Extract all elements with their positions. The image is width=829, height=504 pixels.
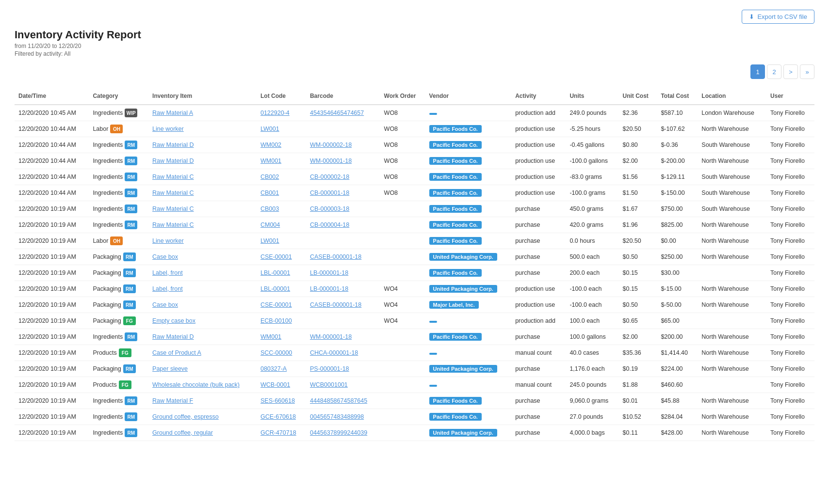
barcode-link[interactable]: WM002 [260,142,281,148]
page-last-button[interactable]: » [800,64,814,79]
lot-code-link[interactable]: Line worker [152,126,184,132]
lot-code-link[interactable]: Case box [152,253,178,260]
work-order-link[interactable]: CB-000001-18 [310,189,349,196]
cell-4-7[interactable]: Pacific Foods Co. [425,169,512,185]
cell-7-1: IngredientsRM [89,217,148,233]
work-order-link[interactable]: PS-000001-18 [310,365,349,372]
barcode-link[interactable]: WCB-0001 [260,381,290,388]
barcode-link[interactable]: LW001 [260,237,279,244]
barcode-link[interactable]: WM001 [260,158,281,164]
barcode-link[interactable]: CB002 [260,173,279,180]
cell-20-7[interactable]: United Packaging Corp. [425,425,512,441]
cell-8-7[interactable]: Pacific Foods Co. [425,233,512,249]
lot-code-link[interactable]: Raw Material A [152,110,193,116]
cell-17-7[interactable] [425,377,512,393]
cell-8-11: $0.00 [657,233,698,249]
work-order-link[interactable]: WCB0001001 [310,381,348,388]
col-header-category: Category [89,89,148,105]
barcode-link[interactable]: SCC-00000 [260,349,292,356]
lot-code-link[interactable]: Raw Material C [152,221,194,228]
cell-0-7[interactable] [425,105,512,121]
barcode-link[interactable]: 0122920-4 [260,110,290,116]
work-order-link[interactable]: 44484858674587645 [310,397,367,404]
work-order-link[interactable]: WM-000001-18 [310,333,352,340]
lot-code-link[interactable]: Case of Product A [152,349,201,356]
barcode-link[interactable]: GCR-470718 [260,429,296,436]
cell-11-7[interactable]: United Packaging Corp. [425,281,512,297]
lot-code-link[interactable]: Raw Material D [152,158,194,164]
work-order-link[interactable]: CASEB-000001-18 [310,253,361,260]
barcode-link[interactable]: CB003 [260,205,279,212]
barcode-link[interactable]: CB001 [260,189,279,196]
cell-20-5: 04456378999244039 [306,425,380,441]
cell-1-8: production use [511,121,566,137]
work-order-link[interactable]: WM-000001-18 [310,158,352,164]
cell-1-7[interactable]: Pacific Foods Co. [425,121,512,137]
cell-16-7[interactable]: United Packaging Corp. [425,361,512,377]
lot-code-link[interactable]: Label, front [152,269,183,276]
lot-code-link[interactable]: Ground coffee, espresso [152,413,219,420]
barcode-link[interactable]: ECB-00100 [260,317,292,324]
barcode-link[interactable]: 080327-A [260,365,287,372]
cell-13-7[interactable] [425,313,512,329]
page-1-button[interactable]: 1 [750,64,765,79]
cell-14-7[interactable]: Pacific Foods Co. [425,329,512,345]
barcode-link[interactable]: WM001 [260,333,281,340]
work-order-link[interactable]: 0045657483488998 [310,413,364,420]
cell-15-7[interactable] [425,345,512,361]
lot-code-link[interactable]: Wholesale chocolate (bulk pack) [152,381,240,388]
work-order-link[interactable]: CB-000004-18 [310,221,349,228]
lot-code-link[interactable]: Label, front [152,285,183,292]
barcode-link[interactable]: LW001 [260,126,279,132]
export-csv-button[interactable]: ⬇ Export to CSV file [742,10,814,24]
cell-3-4: WM001 [257,153,306,169]
barcode-link[interactable]: SES-660618 [260,397,295,404]
cell-14-6 [380,329,425,345]
cell-7-7[interactable]: Pacific Foods Co. [425,217,512,233]
lot-code-link[interactable]: Raw Material C [152,173,194,180]
lot-code-link[interactable]: Empty case box [152,317,195,324]
lot-code-link[interactable]: Ground coffee, regular [152,429,213,436]
barcode-link[interactable]: CM004 [260,221,280,228]
lot-code-link[interactable]: Raw Material C [152,189,194,196]
cell-20-12: North Warehouse [698,425,766,441]
cell-19-7[interactable]: Pacific Foods Co. [425,409,512,425]
cell-10-7[interactable]: Pacific Foods Co. [425,265,512,281]
cell-3-7[interactable]: Pacific Foods Co. [425,153,512,169]
barcode-link[interactable]: CSE-00001 [260,301,292,308]
cell-2-7[interactable]: Pacific Foods Co. [425,137,512,153]
work-order-link[interactable]: CHCA-000001-18 [310,349,358,356]
cell-6-7[interactable]: Pacific Foods Co. [425,201,512,217]
page-next-button[interactable]: > [783,64,798,79]
lot-code-link[interactable]: Raw Material D [152,142,194,148]
cell-9-7[interactable]: United Packaging Corp. [425,249,512,265]
lot-code-link[interactable]: Raw Material F [152,397,193,404]
work-order-link[interactable]: 04456378999244039 [310,429,367,436]
activity-badge: Pacific Foods Co. [429,397,482,405]
lot-code-link[interactable]: Paper sleeve [152,365,188,372]
work-order-link[interactable]: LB-000001-18 [310,285,348,292]
lot-code-link[interactable]: Case box [152,301,178,308]
work-order-link[interactable]: CB-000002-18 [310,173,349,180]
cell-19-12: North Warehouse [698,409,766,425]
lot-code-link[interactable]: Raw Material C [152,205,194,212]
lot-code-link[interactable]: Raw Material D [152,333,194,340]
barcode-link[interactable]: LBL-00001 [260,269,290,276]
cell-12-7[interactable]: Major Label, Inc. [425,297,512,313]
cell-18-7[interactable]: Pacific Foods Co. [425,393,512,409]
cell-11-10: $0.15 [619,281,657,297]
cell-8-9: 0.0 hours [566,233,618,249]
page-2-button[interactable]: 2 [767,64,781,79]
work-order-link[interactable]: LB-000001-18 [310,269,348,276]
lot-code-link[interactable]: Line worker [152,237,184,244]
work-order-link[interactable]: CB-000003-18 [310,205,349,212]
cell-5-7[interactable]: Pacific Foods Co. [425,185,512,201]
work-order-link[interactable]: WM-000002-18 [310,142,352,148]
barcode-link[interactable]: GCE-670618 [260,413,296,420]
barcode-link[interactable]: CSE-00001 [260,253,292,260]
work-order-link[interactable]: 4543546465474657 [310,110,364,116]
cell-9-12: North Warehouse [698,249,766,265]
work-order-link[interactable]: CASEB-000001-18 [310,301,361,308]
barcode-link[interactable]: LBL-00001 [260,285,290,292]
cell-14-13: Tony Fiorello [766,329,814,345]
